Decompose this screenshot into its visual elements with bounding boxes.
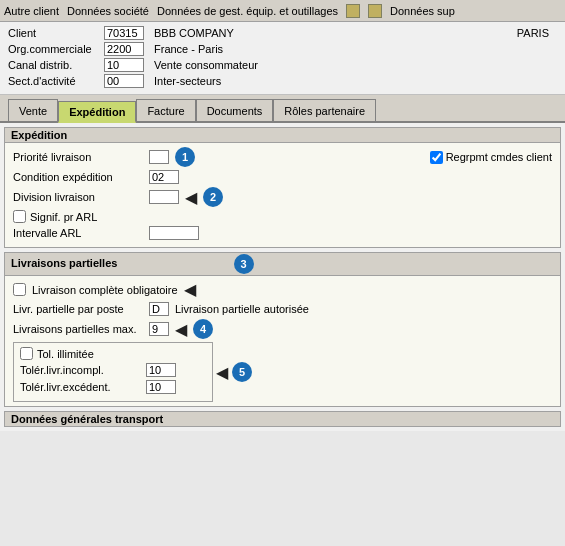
client-row-4: Sect.d'activité 00 Inter-secteurs <box>8 74 557 88</box>
division-input[interactable] <box>149 190 179 204</box>
condition-row: Condition expédition <box>13 170 552 184</box>
tolerer-incompl-row: Tolér.livr.incompl. <box>20 363 206 377</box>
menu-autre-client[interactable]: Autre client <box>4 5 59 17</box>
intervalle-label: Intervalle ARL <box>13 227 143 239</box>
menu-donnees-societe[interactable]: Données société <box>67 5 149 17</box>
arrow-3-icon: ◀ <box>184 280 196 299</box>
complete-checkbox[interactable] <box>13 283 26 296</box>
regrpmt-label: Regrpmt cmdes client <box>446 151 552 163</box>
menu-donnees-gest[interactable]: Données de gest. équip. et outillages <box>157 5 338 17</box>
annotation-2: 2 <box>203 187 223 207</box>
intervalle-input[interactable] <box>149 226 199 240</box>
signif-checkbox[interactable] <box>13 210 26 223</box>
tab-vente[interactable]: Vente <box>8 99 58 121</box>
tabs-container: Vente Expédition Facture Documents Rôles… <box>0 95 565 123</box>
menu-donnees-sup[interactable]: Données sup <box>390 5 455 17</box>
intervalle-row: Intervalle ARL <box>13 226 552 240</box>
arrow-5-icon: ◀ <box>216 363 228 382</box>
expedition-body: Priorité livraison 1 Regrpmt cmdes clien… <box>5 143 560 247</box>
annotation-1: 1 <box>175 147 195 167</box>
transport-header: Données générales transport <box>4 411 561 427</box>
condition-input[interactable] <box>149 170 179 184</box>
org-value: 2200 <box>104 42 144 56</box>
priorite-row: Priorité livraison 1 Regrpmt cmdes clien… <box>13 147 552 167</box>
tol-illimitee-label: Tol. illimitée <box>37 348 94 360</box>
menu-bar: Autre client Données société Données de … <box>0 0 565 22</box>
complete-row: Livraison complète obligatoire ◀ <box>13 280 552 299</box>
client-area: Client 70315 BBB COMPANY PARIS Org.comme… <box>0 22 565 95</box>
annotation-4: 4 <box>193 319 213 339</box>
partielle-par-label: Livr. partielle par poste <box>13 303 143 315</box>
partielle-par-row: Livr. partielle par poste Livraison part… <box>13 302 552 316</box>
priorite-input[interactable] <box>149 150 169 164</box>
tab-documents[interactable]: Documents <box>196 99 274 121</box>
icon1 <box>346 4 360 18</box>
condition-label: Condition expédition <box>13 171 143 183</box>
complete-label: Livraison complète obligatoire <box>32 284 178 296</box>
tab-roles-partenaire[interactable]: Rôles partenaire <box>273 99 376 121</box>
tol-illimitee-row: Tol. illimitée <box>20 347 206 360</box>
regrpmt-checkbox-container: Regrpmt cmdes client <box>430 151 552 164</box>
tolerer-exced-label: Tolér.livr.excédent. <box>20 381 140 393</box>
canal-value: 10 <box>104 58 144 72</box>
tab-facture[interactable]: Facture <box>136 99 195 121</box>
client-label: Client <box>8 27 98 39</box>
org-label: Org.commerciale <box>8 43 98 55</box>
livraisons-body: Livraison complète obligatoire ◀ Livr. p… <box>5 276 560 406</box>
client-row-2: Org.commerciale 2200 France - Paris <box>8 42 557 56</box>
annotation-3: 3 <box>234 254 254 274</box>
signif-label: Signif. pr ARL <box>30 211 97 223</box>
max-label: Livraisons partielles max. <box>13 323 143 335</box>
livraisons-header: Livraisons partielles 3 <box>5 253 560 276</box>
arrow-4-icon: ◀ <box>175 320 187 339</box>
client-row-1: Client 70315 BBB COMPANY PARIS <box>8 26 557 40</box>
expedition-panel: Expédition Priorité livraison 1 Regrpmt … <box>4 127 561 248</box>
arrow-2-icon: ◀ <box>185 188 197 207</box>
client-company: BBB COMPANY <box>154 27 234 39</box>
max-input[interactable] <box>149 322 169 336</box>
division-row: Division livraison ◀ 2 <box>13 187 552 207</box>
partielle-par-input[interactable] <box>149 302 169 316</box>
priorite-label: Priorité livraison <box>13 151 143 163</box>
max-row: Livraisons partielles max. ◀ 4 <box>13 319 552 339</box>
annotation-5: 5 <box>232 362 252 382</box>
canal-text: Vente consommateur <box>154 59 258 71</box>
regrpmt-checkbox[interactable] <box>430 151 443 164</box>
main-content: Expédition Priorité livraison 1 Regrpmt … <box>0 123 565 431</box>
tolerer-exced-row: Tolér.livr.excédent. <box>20 380 206 394</box>
tolerer-incompl-label: Tolér.livr.incompl. <box>20 364 140 376</box>
tolerer-incompl-input[interactable] <box>146 363 176 377</box>
icon2 <box>368 4 382 18</box>
client-row-3: Canal distrib. 10 Vente consommateur <box>8 58 557 72</box>
org-text: France - Paris <box>154 43 223 55</box>
canal-label: Canal distrib. <box>8 59 98 71</box>
expedition-header: Expédition <box>5 128 560 143</box>
sect-value: 00 <box>104 74 144 88</box>
livraisons-title: Livraisons partielles <box>11 257 117 269</box>
division-label: Division livraison <box>13 191 143 203</box>
livraisons-panel: Livraisons partielles 3 Livraison complè… <box>4 252 561 407</box>
annotation-5-container: ◀ 5 <box>216 362 252 382</box>
sect-label: Sect.d'activité <box>8 75 98 87</box>
tolerance-box: Tol. illimitée Tolér.livr.incompl. Tolér… <box>13 342 213 402</box>
tol-illimitee-checkbox[interactable] <box>20 347 33 360</box>
tab-expedition[interactable]: Expédition <box>58 101 136 123</box>
client-city: PARIS <box>517 27 557 39</box>
partielle-autorisee-label: Livraison partielle autorisée <box>175 303 309 315</box>
tolerer-exced-input[interactable] <box>146 380 176 394</box>
signif-row: Signif. pr ARL <box>13 210 552 223</box>
sect-text: Inter-secteurs <box>154 75 221 87</box>
client-value: 70315 <box>104 26 144 40</box>
